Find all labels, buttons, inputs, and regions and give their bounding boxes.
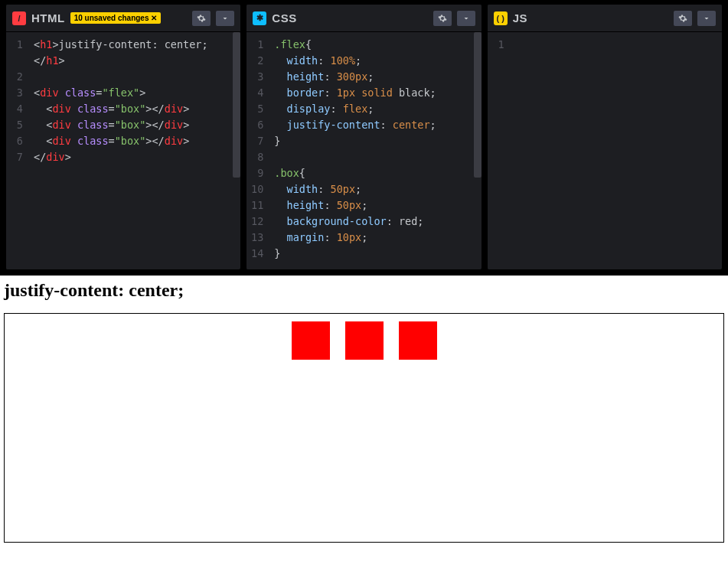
line-number: 12	[250, 214, 263, 230]
line-number: 5	[9, 117, 23, 133]
line-number: 1	[250, 37, 263, 53]
line-number: 4	[9, 101, 23, 117]
scrollbar-thumb[interactable]	[233, 32, 240, 178]
line-number: 2	[250, 53, 263, 69]
dropdown-button[interactable]	[457, 11, 475, 26]
js-icon: ( )	[494, 11, 508, 25]
css-panel: ✱ CSS 1 2 3 4 5 6 7 8 9 10 11	[246, 5, 481, 269]
line-number: 7	[9, 149, 23, 165]
editor-panels: / HTML 10 unsaved changes ✕ 1 2 3 4 5	[0, 0, 728, 276]
gear-icon	[438, 14, 447, 23]
line-number: 6	[9, 133, 23, 149]
js-panel-header: ( ) JS	[488, 5, 722, 32]
css-code-editor[interactable]: 1 2 3 4 5 6 7 8 9 10 11 12 13 14 .flex{ …	[246, 32, 481, 269]
unsaved-text: 10 unsaved changes	[74, 14, 149, 22]
html-panel: / HTML 10 unsaved changes ✕ 1 2 3 4 5	[6, 5, 240, 269]
html-code-content[interactable]: <h1>justify-content: center; </h1> <div …	[28, 32, 240, 269]
html-icon: /	[12, 11, 26, 25]
line-number: 5	[250, 101, 263, 117]
html-panel-header: / HTML 10 unsaved changes ✕	[6, 5, 240, 32]
close-icon[interactable]: ✕	[151, 14, 157, 22]
css-icon: ✱	[253, 11, 266, 25]
settings-button[interactable]	[192, 11, 211, 26]
line-number: 8	[250, 149, 263, 165]
chevron-down-icon	[220, 14, 230, 23]
settings-button[interactable]	[674, 11, 692, 26]
line-number: 3	[9, 85, 23, 101]
line-number: 11	[250, 197, 263, 214]
dropdown-button[interactable]	[697, 11, 716, 26]
scrollbar[interactable]	[474, 32, 482, 269]
css-panel-header: ✱ CSS	[246, 5, 481, 32]
scrollbar-thumb[interactable]	[474, 32, 482, 178]
chevron-down-icon	[462, 14, 471, 23]
unsaved-changes-badge[interactable]: 10 unsaved changes ✕	[70, 12, 162, 24]
html-gutter: 1 2 3 4 5 6 7	[6, 32, 28, 269]
red-box	[292, 321, 330, 360]
line-number: 6	[250, 117, 263, 133]
settings-button[interactable]	[433, 11, 452, 26]
css-code-content[interactable]: .flex{ width: 100%; height: 300px; borde…	[268, 32, 481, 269]
line-number: 4	[250, 85, 263, 101]
line-number: 7	[250, 133, 263, 149]
line-number: 14	[250, 246, 263, 262]
line-number: 2	[9, 69, 23, 85]
line-number	[9, 53, 23, 69]
line-number: 9	[250, 165, 263, 181]
line-number: 10	[250, 181, 263, 197]
scrollbar[interactable]	[233, 32, 240, 269]
js-code-editor[interactable]: 1	[488, 32, 722, 269]
js-code-content[interactable]	[509, 32, 722, 269]
red-box	[399, 321, 437, 360]
gear-icon	[197, 14, 206, 23]
preview-heading: justify-content: center;	[4, 280, 724, 301]
js-label: JS	[513, 11, 527, 24]
chevron-down-icon	[702, 14, 711, 23]
gear-icon	[678, 14, 687, 23]
html-label: HTML	[31, 11, 65, 24]
line-number: 1	[491, 37, 504, 53]
line-number: 1	[9, 37, 23, 53]
js-gutter: 1	[488, 32, 509, 269]
line-number: 3	[250, 69, 263, 85]
html-code-editor[interactable]: 1 2 3 4 5 6 7 <h1>justify-content: cente…	[6, 32, 240, 269]
preview-pane: justify-content: center;	[0, 276, 728, 546]
css-label: CSS	[272, 11, 296, 24]
css-gutter: 1 2 3 4 5 6 7 8 9 10 11 12 13 14	[246, 32, 268, 269]
flex-container	[4, 313, 724, 543]
js-panel: ( ) JS 1	[488, 5, 722, 269]
dropdown-button[interactable]	[216, 11, 234, 26]
red-box	[345, 321, 384, 360]
line-number: 13	[250, 230, 263, 246]
